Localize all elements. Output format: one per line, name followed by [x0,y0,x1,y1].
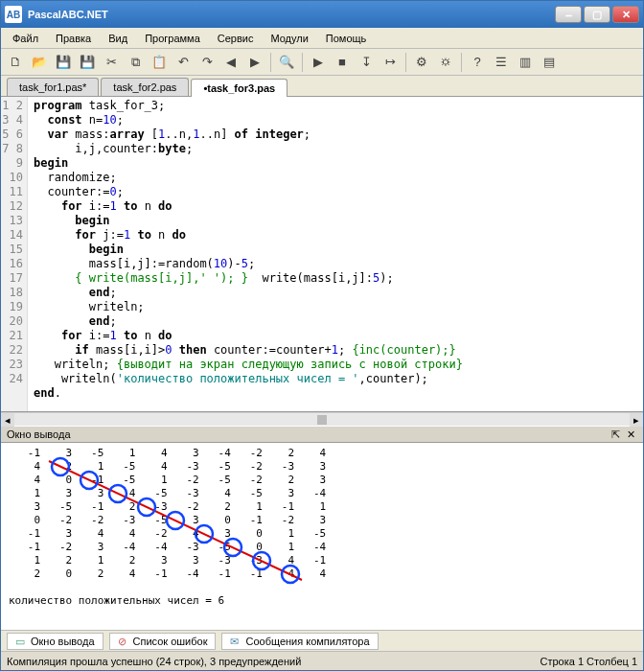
code-editor[interactable]: 1 2 3 4 5 6 7 8 9 10 11 12 13 14 15 16 1… [1,97,643,412]
stop-icon[interactable]: ■ [332,52,353,73]
app-window: AB PascalABC.NET ‒ ▢ ✕ ФайлПравкаВидПрог… [0,0,644,671]
toolbar: 🗋📂💾💾✂⧉📋↶↷◀▶🔍▶■↧↦⚙⛭?☰▥▤ [1,49,643,76]
maximize-button[interactable]: ▢ [584,6,610,23]
titlebar: AB PascalABC.NET ‒ ▢ ✕ [1,1,643,28]
open-icon[interactable]: 📂 [29,52,50,73]
minimize-button[interactable]: ‒ [555,6,582,23]
status-cursor-pos: Строка 1 Столбец 1 [540,656,637,667]
nav-fwd-icon[interactable]: ▶ [244,52,265,73]
win2-icon[interactable]: ▤ [539,52,560,73]
nav-back-icon[interactable]: ◀ [220,52,242,73]
output-pin-icon[interactable]: ⇱ [609,428,622,441]
output-close-icon[interactable]: ✕ [624,428,637,441]
editor-tabs: task_for1.pas*task_for2.pas•task_for3.pa… [1,76,643,97]
output-panel-title: Окно вывода [7,428,71,440]
output-panel[interactable]: -1 3 -5 1 4 3 -4 -2 2 4 4 2 1 -5 4 -3 -5… [1,443,643,630]
tab-task_for1.pas*[interactable]: task_for1.pas* [7,78,99,96]
step-into-icon[interactable]: ↧ [356,52,377,73]
cut-icon[interactable]: ✂ [101,52,122,73]
undo-icon[interactable]: ↶ [172,52,194,73]
bottom-tab-Список ошибок[interactable]: ⊘Список ошибок [109,633,217,650]
find-icon[interactable]: 🔍 [276,52,297,73]
compile-icon[interactable]: ⚙ [411,52,432,73]
tab-task_for2.pas[interactable]: task_for2.pas [101,78,189,96]
horizontal-scrollbar[interactable]: ◂▸ [1,412,643,426]
paste-icon[interactable]: 📋 [149,52,170,73]
status-compile-msg: Компиляция прошла успешно (24 строк), 3 … [7,656,301,667]
copy-icon[interactable]: ⧉ [125,52,146,73]
app-logo-icon: AB [5,6,22,23]
menu-Правка[interactable]: Правка [48,31,99,46]
line-gutter: 1 2 3 4 5 6 7 8 9 10 11 12 13 14 15 16 1… [1,97,28,411]
help-icon[interactable]: ? [467,52,488,73]
bottom-tab-Окно вывода[interactable]: ▭Окно вывода [7,633,104,650]
run-icon[interactable]: ▶ [308,52,329,73]
close-button[interactable]: ✕ [612,6,639,23]
menu-Программа[interactable]: Программа [137,31,208,46]
new-icon[interactable]: 🗋 [5,52,26,73]
menu-Сервис[interactable]: Сервис [210,31,262,46]
menu-Файл[interactable]: Файл [5,31,46,46]
opts-icon[interactable]: ☰ [491,52,512,73]
menu-Модули[interactable]: Модули [263,31,315,46]
step-over-icon[interactable]: ↦ [380,52,401,73]
bottom-tabstrip: ▭Окно вывода⊘Список ошибок✉Сообщения ком… [1,630,643,651]
build-icon[interactable]: ⛭ [435,52,456,73]
code-area[interactable]: program task_for_3; const n=10; var mass… [28,97,643,411]
save-icon[interactable]: 💾 [53,52,74,73]
output-panel-header: Окно вывода ⇱ ✕ [1,426,643,443]
statusbar: Компиляция прошла успешно (24 строк), 3 … [1,651,643,670]
bottom-tab-Сообщения компилятора[interactable]: ✉Сообщения компилятора [221,633,378,650]
menu-Вид[interactable]: Вид [101,31,135,46]
menu-Помощь[interactable]: Помощь [318,31,375,46]
app-title: PascalABC.NET [28,9,555,20]
saveall-icon[interactable]: 💾 [77,52,98,73]
win1-icon[interactable]: ▥ [515,52,536,73]
tab-•task_for3.pas[interactable]: •task_for3.pas [191,79,288,97]
menubar: ФайлПравкаВидПрограммаСервисМодулиПомощь [1,28,643,49]
redo-icon[interactable]: ↷ [196,52,218,73]
